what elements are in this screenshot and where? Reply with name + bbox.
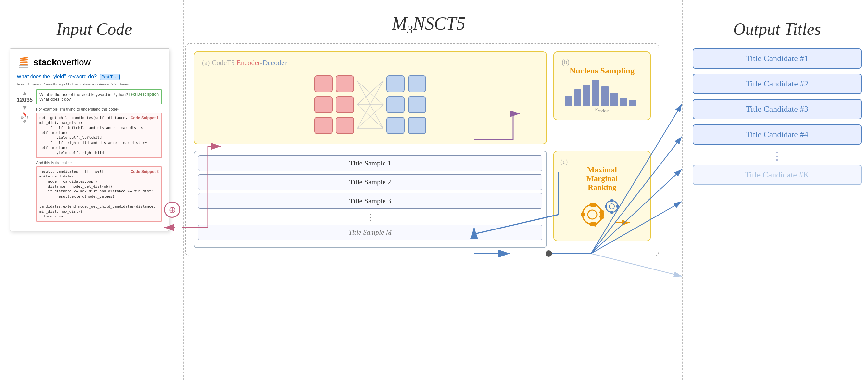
- bar-3: [583, 85, 590, 106]
- svg-point-15: [583, 205, 602, 224]
- mmr-box: (c) Maximal Marginal Ranking: [553, 151, 651, 241]
- bar-7: [620, 97, 627, 106]
- c-label: (c): [560, 158, 644, 166]
- text-description-label: Text Description: [129, 92, 159, 96]
- svg-rect-30: [604, 205, 607, 208]
- caller-text: And this is the caller:: [36, 160, 162, 165]
- enc-node-2: [314, 96, 333, 113]
- code-snippet-2-box: Code Snippet 2 result, candidates = [], …: [36, 167, 162, 222]
- so-sidebar-icons: 🔖6427⏱: [21, 113, 28, 123]
- encoder-col-1: [314, 76, 333, 134]
- so-content: ▲ 12035 ▼ 🔖6427⏱ Text Description What i…: [17, 89, 162, 224]
- decoder-text: Decoder: [262, 59, 287, 67]
- output-titles-label: Output Titles: [693, 20, 862, 39]
- stackoverflow-card: stackoverflow What does the "yield" keyw…: [10, 49, 169, 231]
- dec-node-5: [408, 96, 426, 113]
- sample-item-3: Title Sample 3: [198, 193, 542, 209]
- bar-4: [592, 80, 599, 106]
- enc-node-1: [314, 76, 333, 92]
- so-question-title: What does the "yield" keyword do? Post T…: [17, 74, 162, 80]
- svg-rect-29: [616, 205, 619, 208]
- circle-plus-symbol: ⊕: [164, 202, 180, 218]
- svg-point-25: [606, 201, 618, 212]
- bar-2: [574, 89, 581, 106]
- enc-node-4: [336, 76, 354, 92]
- dec-node-4: [408, 76, 426, 92]
- bottom-row: Title Sample 1 Title Sample 2 Title Samp…: [193, 151, 651, 248]
- nucleus-bar-chart: [562, 80, 642, 106]
- left-divider: [183, 0, 184, 380]
- dashed-outer-box: (a) CodeT5 Encoder-Decoder: [185, 43, 659, 257]
- code-snippet-1-label: Code Snippet 1: [130, 115, 159, 121]
- so-meta: Asked 13 years, 7 months ago Modified 6 …: [17, 82, 162, 86]
- output-section: Output Titles Title Candidate #1 Title C…: [693, 20, 862, 190]
- code-snippet-2-label: Code Snippet 2: [130, 169, 159, 175]
- decoder-col-2: [408, 76, 426, 134]
- title-candidate-k: Title Candidate #K: [693, 165, 862, 185]
- nucleus-sampling-label: Nucleus Sampling: [562, 66, 642, 76]
- bar-6: [611, 93, 618, 106]
- decoder-col-1: [386, 76, 405, 134]
- dec-node-6: [408, 117, 426, 134]
- code-snippet-1-content: def _get_child_candidates(self, distance…: [39, 115, 159, 155]
- bar-5: [601, 86, 609, 106]
- encoder-decoder-label: (a) CodeT5 Encoder-Decoder: [202, 59, 538, 67]
- svg-point-26: [609, 204, 614, 209]
- title-candidate-3: Title Candidate #3: [693, 99, 862, 119]
- bar-1: [565, 96, 572, 106]
- b-label: (b): [562, 59, 642, 66]
- text-description-content: What is the use of the yield keyword in …: [39, 92, 128, 102]
- body-intro: For example, I'm trying to understand th…: [36, 107, 162, 112]
- stackoverflow-icon: [17, 55, 31, 69]
- p-nucleus-label: Pnucleus: [562, 107, 642, 113]
- title-candidate-1: Title Candidate #1: [693, 49, 862, 68]
- code-snippet-1-box: Code Snippet 1 def _get_child_candidates…: [36, 113, 162, 158]
- encoder-decoder-box: (a) CodeT5 Encoder-Decoder: [193, 51, 547, 144]
- gears-container: [560, 195, 644, 234]
- so-votes: ▲ 12035 ▼ 🔖6427⏱: [17, 89, 33, 224]
- dec-node-1: [386, 76, 405, 92]
- svg-rect-0: [19, 65, 28, 66]
- nn-connections-svg: [357, 72, 383, 137]
- dec-node-2: [386, 96, 405, 113]
- vote-down-icon[interactable]: ▼: [22, 104, 28, 111]
- samples-box: Title Sample 1 Title Sample 2 Title Samp…: [193, 151, 547, 248]
- gears-svg: [569, 197, 634, 232]
- vote-up-icon[interactable]: ▲: [22, 89, 28, 97]
- input-code-label: Input Code: [10, 20, 179, 39]
- right-divider: [682, 0, 683, 380]
- encoder-col-2: [336, 76, 354, 134]
- neural-network: [202, 72, 538, 137]
- text-description-box: Text Description What is the use of the …: [36, 89, 162, 104]
- mmr-label: Maximal Marginal Ranking: [560, 166, 644, 192]
- input-code-section: Input Code stackoverflow What does the "…: [10, 20, 179, 231]
- sample-dots: ⋮: [198, 212, 542, 223]
- svg-rect-5: [20, 64, 28, 65]
- sample-item-m: Title Sample M: [198, 225, 542, 240]
- post-title-badge: Post Title: [100, 74, 120, 80]
- svg-rect-27: [611, 199, 613, 202]
- bar-8: [629, 100, 636, 106]
- svg-rect-20: [581, 213, 585, 216]
- enc-node-3: [314, 117, 333, 134]
- svg-rect-3: [20, 59, 28, 61]
- title-candidate-2: Title Candidate #2: [693, 74, 862, 94]
- title-dots: ⋮: [693, 150, 862, 162]
- top-row: (a) CodeT5 Encoder-Decoder: [193, 51, 651, 144]
- m3-title: M3NSCT5: [185, 13, 672, 36]
- svg-rect-4: [20, 61, 28, 63]
- sample-item-1: Title Sample 1: [198, 155, 542, 171]
- sample-item-2: Title Sample 2: [198, 174, 542, 190]
- svg-rect-1: [19, 67, 28, 68]
- svg-rect-28: [611, 211, 613, 213]
- svg-rect-2: [20, 57, 28, 59]
- code-snippet-2-content: result, candidates = [], [self] while ca…: [39, 169, 159, 219]
- vote-count: 12035: [17, 97, 33, 104]
- dec-node-3: [386, 117, 405, 134]
- so-logo-text: stackoverflow: [33, 57, 91, 68]
- encoder-text: Encoder: [237, 59, 260, 67]
- enc-node-6: [336, 117, 354, 134]
- nucleus-sampling-box: (b) Nucleus Sampling Pnucleus: [553, 51, 651, 120]
- title-candidate-4: Title Candidate #4: [693, 124, 862, 145]
- so-body: Text Description What is the use of the …: [36, 89, 162, 224]
